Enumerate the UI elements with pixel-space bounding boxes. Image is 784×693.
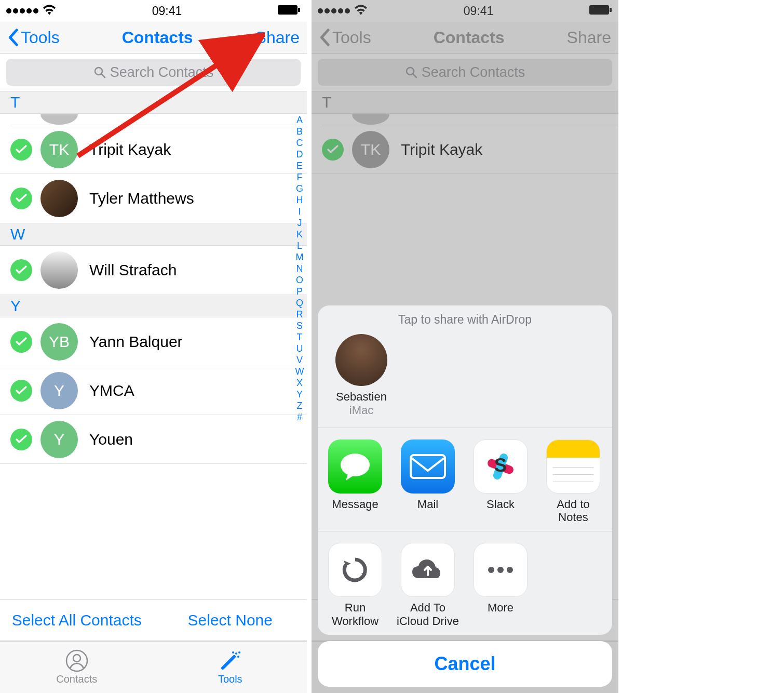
share-card: Tap to share with AirDrop Sebastien iMac… <box>318 305 612 635</box>
search-bar-container: Search Contacts <box>0 54 307 91</box>
status-time: 09:41 <box>464 4 494 18</box>
back-label: Tools <box>332 28 371 47</box>
svg-point-9 <box>238 651 240 654</box>
section-header-t: T <box>0 91 307 114</box>
share-action-label: RunWorkflow <box>332 601 379 628</box>
search-input: Search Contacts <box>318 59 612 86</box>
partial-previous-row <box>322 114 618 125</box>
contact-row[interactable]: Y Youen <box>0 415 307 464</box>
svg-line-14 <box>413 74 416 77</box>
share-actions-row[interactable]: RunWorkflow Add ToiCloud Drive <box>318 531 612 635</box>
search-input[interactable]: Search Contacts <box>6 59 301 86</box>
icloud-icon <box>401 543 455 597</box>
contact-row: TK Tripit Kayak <box>312 125 618 174</box>
share-sheet: Tap to share with AirDrop Sebastien iMac… <box>318 305 612 687</box>
share-app-label: Add to Notes <box>542 498 604 524</box>
avatar <box>40 251 78 289</box>
contact-row[interactable]: Tyler Matthews <box>0 174 307 223</box>
share-apps-row[interactable]: Message Mail S Sl <box>318 428 612 531</box>
tab-bar: Contacts Tools <box>0 641 307 693</box>
contact-name: Yann Balquer <box>89 333 183 351</box>
share-action-more[interactable]: More <box>469 543 532 628</box>
avatar: TK <box>40 131 78 168</box>
share-button[interactable]: Share <box>255 28 300 47</box>
back-button: Tools <box>319 28 371 47</box>
contact-row[interactable]: Will Strafach <box>0 246 307 295</box>
search-placeholder: Search Contacts <box>110 64 214 81</box>
check-icon[interactable] <box>10 259 32 281</box>
back-button[interactable]: Tools <box>7 28 60 47</box>
airdrop-target[interactable]: Sebastien iMac <box>327 334 396 417</box>
signal-dots-icon <box>6 8 38 14</box>
svg-rect-22 <box>411 455 445 478</box>
chevron-left-icon <box>319 29 330 46</box>
battery-icon <box>278 4 301 18</box>
signal-dots-icon <box>318 8 350 14</box>
nav-title: Contacts <box>122 28 193 47</box>
svg-point-13 <box>407 68 414 75</box>
cancel-button[interactable]: Cancel <box>318 641 612 687</box>
share-action-icloud[interactable]: Add ToiCloud Drive <box>397 543 459 628</box>
share-action-workflow[interactable]: RunWorkflow <box>324 543 386 628</box>
section-header-t: T <box>312 91 618 114</box>
more-icon <box>474 543 528 597</box>
airdrop-name: Sebastien <box>336 390 387 404</box>
check-icon[interactable] <box>10 429 32 450</box>
svg-rect-1 <box>298 8 300 12</box>
workflow-icon <box>328 543 382 597</box>
contact-row[interactable]: Y YMCA <box>0 366 307 415</box>
status-time: 09:41 <box>152 4 182 18</box>
search-placeholder: Search Contacts <box>422 64 525 81</box>
share-app-label: Slack <box>486 498 515 511</box>
share-app-slack[interactable]: S Slack <box>469 439 532 524</box>
share-action-label: Add ToiCloud Drive <box>397 601 459 628</box>
message-icon <box>328 439 382 494</box>
alphabet-index[interactable]: ABCDEFGHIJKLMNOPQRSTUVWXYZ# <box>293 114 306 423</box>
battery-icon <box>589 4 612 18</box>
avatar <box>40 180 78 217</box>
airdrop-section: Tap to share with AirDrop Sebastien iMac <box>318 305 612 428</box>
tab-contacts[interactable]: Contacts <box>0 642 154 693</box>
contact-name: Will Strafach <box>89 261 177 279</box>
share-app-notes[interactable]: Add to Notes <box>542 439 604 524</box>
select-none-button[interactable]: Select None <box>154 599 307 641</box>
back-label: Tools <box>21 28 60 47</box>
contact-name: Tripit Kayak <box>89 141 171 158</box>
contacts-tab-icon <box>65 649 88 672</box>
check-icon[interactable] <box>10 331 32 353</box>
chevron-left-icon <box>7 29 19 46</box>
airdrop-title: Tap to share with AirDrop <box>327 313 603 327</box>
search-icon <box>405 66 417 78</box>
check-icon[interactable] <box>10 380 32 402</box>
status-bar: 09:41 <box>0 0 307 22</box>
avatar: TK <box>352 131 389 168</box>
select-all-button[interactable]: Select All Contacts <box>0 599 154 641</box>
svg-point-5 <box>73 655 80 662</box>
share-app-message[interactable]: Message <box>324 439 386 524</box>
search-bar-container: Search Contacts <box>312 54 618 91</box>
contact-name: YMCA <box>89 382 134 399</box>
contact-row[interactable]: TK Tripit Kayak <box>0 125 307 174</box>
svg-point-8 <box>232 651 234 654</box>
svg-point-2 <box>95 68 102 75</box>
tab-tools[interactable]: Tools <box>154 642 307 693</box>
wifi-icon <box>354 4 368 18</box>
search-icon <box>93 66 106 78</box>
check-icon[interactable] <box>10 139 32 161</box>
contact-name: Tripit Kayak <box>401 141 482 158</box>
share-app-label: Message <box>332 498 378 511</box>
tab-label: Tools <box>218 673 242 685</box>
svg-point-21 <box>341 454 370 476</box>
share-app-mail[interactable]: Mail <box>397 439 459 524</box>
section-header-y: Y <box>0 295 307 317</box>
avatar: YB <box>40 323 78 361</box>
contact-name: Tyler Matthews <box>89 190 194 207</box>
avatar: Y <box>40 421 78 458</box>
contact-row[interactable]: YB Yann Balquer <box>0 317 307 366</box>
slack-icon: S <box>474 439 528 494</box>
check-icon[interactable] <box>10 188 32 209</box>
section-header-w: W <box>0 223 307 246</box>
airdrop-avatar <box>335 334 387 386</box>
svg-point-26 <box>488 567 494 573</box>
svg-rect-0 <box>278 5 298 15</box>
